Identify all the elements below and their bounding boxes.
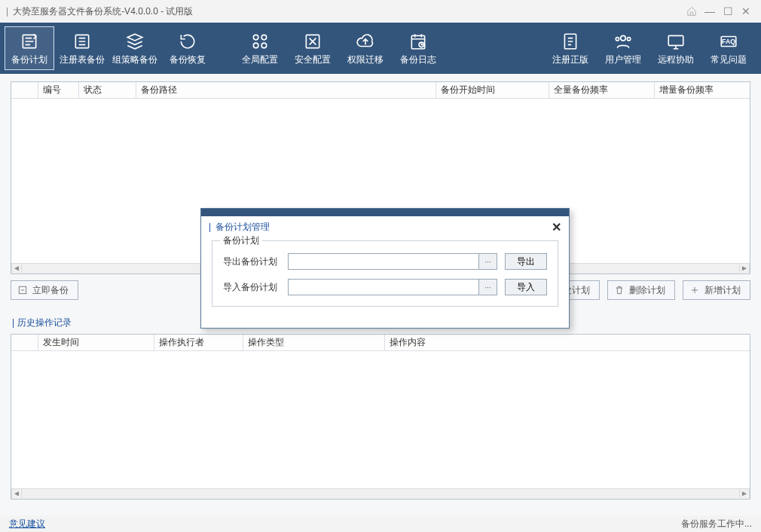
svg-rect-13 [668, 35, 683, 45]
history-scrollbar[interactable]: ◄ ► [11, 488, 750, 499]
import-button[interactable]: 导入 [505, 279, 547, 295]
hist-col-content[interactable]: 操作内容 [385, 335, 750, 350]
backup-icon [17, 285, 28, 295]
export-browse-button[interactable]: ··· [479, 253, 497, 270]
feedback-link[interactable]: 意见建议 [9, 518, 45, 530]
statusbar: 意见建议 备份服务工作中... [0, 515, 761, 532]
toolbar-label: 用户管理 [605, 54, 641, 66]
scroll-right-icon[interactable]: ► [739, 264, 750, 274]
svg-text:FAQ: FAQ [722, 38, 735, 45]
hist-col-selector[interactable] [11, 335, 38, 350]
stack-icon [124, 31, 145, 52]
title-bar-icon: | [209, 222, 211, 232]
col-inc-freq[interactable]: 增量备份频率 [655, 82, 750, 98]
toolbar-label: 备份计划 [11, 54, 47, 66]
col-full-freq[interactable]: 全量备份频率 [549, 82, 655, 98]
export-path-input[interactable] [288, 253, 479, 270]
history-grid-body[interactable] [11, 351, 750, 488]
close-button[interactable]: ✕ [737, 2, 755, 20]
registry-icon [72, 31, 93, 52]
toolbar-permission-migration[interactable]: 权限迁移 [341, 26, 390, 70]
home-button[interactable] [683, 2, 701, 20]
dialog-header-bar [201, 209, 569, 216]
toolbar-label: 安全配置 [295, 54, 331, 66]
history-title-text: 历史操作记录 [17, 317, 72, 328]
delete-plan-button[interactable]: 删除计划 [607, 280, 675, 300]
col-selector[interactable] [11, 82, 38, 98]
toolbar-backup-log[interactable]: 备份日志 [393, 26, 443, 70]
home-icon [686, 6, 697, 17]
toolbar-remote-assist[interactable]: 远程协助 [651, 26, 701, 70]
import-row: 导入备份计划 ··· 导入 [223, 279, 547, 295]
toolbar-backup-plan[interactable]: 备份计划 [5, 26, 54, 70]
cloud-icon [355, 31, 376, 52]
trash-icon [614, 285, 625, 295]
scroll-right-icon[interactable]: ► [739, 489, 750, 500]
grid-icon [249, 31, 270, 52]
import-label: 导入备份计划 [223, 281, 280, 294]
scroll-left-icon[interactable]: ◄ [11, 489, 22, 500]
toolbar-label: 注册正版 [552, 54, 588, 66]
button-label: 删除计划 [629, 284, 665, 297]
col-status[interactable]: 状态 [79, 82, 136, 98]
export-row: 导出备份计划 ··· 导出 [223, 253, 547, 270]
scroll-left-icon[interactable]: ◄ [11, 264, 22, 274]
add-plan-button[interactable]: 新增计划 [683, 280, 750, 300]
toolbar-group-policy-backup[interactable]: 组策略备份 [110, 26, 160, 70]
hist-col-executor[interactable]: 操作执行者 [154, 335, 243, 350]
security-icon [302, 31, 323, 52]
toolbar-registry-backup[interactable]: 注册表备份 [57, 26, 107, 70]
svg-point-2 [253, 35, 258, 40]
calendar-icon [408, 31, 429, 52]
hist-col-time[interactable]: 发生时间 [38, 335, 154, 350]
col-backup-path[interactable]: 备份路径 [136, 82, 436, 98]
svg-point-5 [261, 43, 267, 47]
monitor-icon [665, 31, 686, 52]
dialog-close-button[interactable]: ✕ [552, 220, 561, 234]
toolbar-user-management[interactable]: 用户管理 [598, 26, 648, 70]
plan-fieldset: 备份计划 导出备份计划 ··· 导出 导入备份计划 ··· 导入 [212, 240, 558, 307]
toolbar-label: 组策略备份 [112, 54, 157, 66]
minimize-button[interactable]: — [701, 2, 719, 20]
svg-point-12 [627, 37, 630, 40]
toolbar-register[interactable]: 注册正版 [546, 26, 595, 70]
grid-header: 编号 状态 备份路径 备份开始时间 全量备份频率 增量备份频率 [11, 82, 750, 99]
import-path-input[interactable] [288, 279, 479, 295]
history-grid: 发生时间 操作执行者 操作类型 操作内容 ◄ ► [11, 334, 750, 500]
toolbar-label: 远程协助 [658, 54, 694, 66]
window-title: 大势至服务器文件备份系统-V4.0.0.0 - 试用版 [13, 5, 683, 18]
svg-point-10 [621, 35, 626, 41]
toolbar-label: 注册表备份 [60, 54, 105, 66]
titlebar-separator: | [6, 6, 8, 17]
import-browse-button[interactable]: ··· [479, 279, 497, 295]
backup-now-button[interactable]: 立即备份 [11, 280, 78, 300]
users-icon [613, 31, 634, 52]
titlebar: | 大势至服务器文件备份系统-V4.0.0.0 - 试用版 — ☐ ✕ [0, 0, 761, 23]
export-button[interactable]: 导出 [505, 253, 547, 270]
plan-management-dialog: | 备份计划管理 ✕ 备份计划 导出备份计划 ··· 导出 导入备份计划 ···… [200, 208, 570, 329]
toolbar-global-config[interactable]: 全局配置 [235, 26, 285, 70]
svg-point-4 [253, 43, 258, 47]
svg-point-11 [616, 37, 619, 40]
toolbar-label: 权限迁移 [347, 54, 384, 66]
toolbar-security-config[interactable]: 安全配置 [288, 26, 338, 70]
restore-icon [177, 31, 198, 52]
toolbar: 备份计划 注册表备份 组策略备份 备份恢复 全局配置 安全配置 权限迁移 备份日… [0, 23, 761, 74]
toolbar-label: 全局配置 [242, 54, 278, 66]
col-id[interactable]: 编号 [38, 82, 79, 98]
toolbar-label: 常见问题 [711, 54, 747, 66]
document-icon [560, 31, 581, 52]
toolbar-label: 备份日志 [400, 54, 436, 66]
toolbar-label: 备份恢复 [170, 54, 206, 66]
plan-icon [19, 31, 40, 52]
hist-col-type[interactable]: 操作类型 [243, 335, 385, 350]
col-start-time[interactable]: 备份开始时间 [436, 82, 549, 98]
service-status: 备份服务工作中... [681, 518, 752, 530]
toolbar-faq[interactable]: FAQ 常见问题 [704, 26, 753, 70]
fieldset-legend: 备份计划 [220, 234, 262, 247]
button-label: 新增计划 [704, 284, 741, 297]
maximize-button[interactable]: ☐ [719, 2, 737, 20]
export-label: 导出备份计划 [223, 255, 280, 268]
toolbar-backup-restore[interactable]: 备份恢复 [163, 26, 212, 70]
svg-point-3 [261, 35, 267, 40]
